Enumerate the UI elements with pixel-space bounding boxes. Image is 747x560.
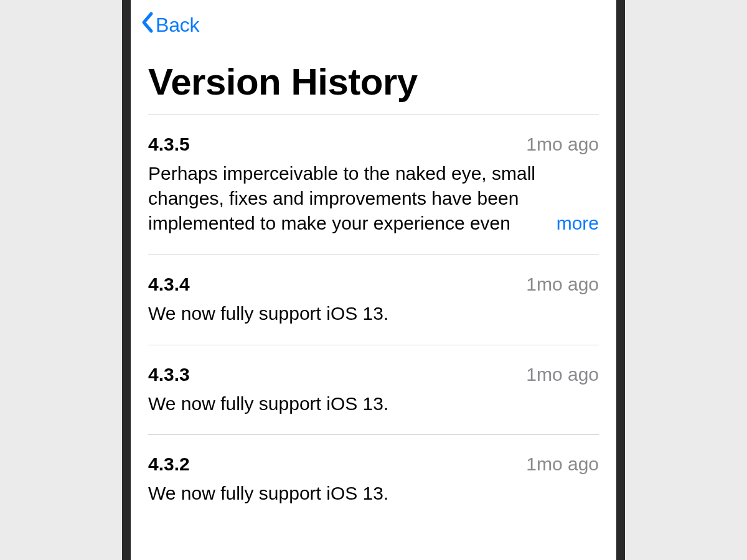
version-entry: 4.3.4 1mo ago We now fully support iOS 1… <box>148 255 599 345</box>
release-notes-text: We now fully support iOS 13. <box>148 393 388 414</box>
release-notes-text: We now fully support iOS 13. <box>148 303 388 324</box>
nav-bar: Back <box>131 0 616 39</box>
device-frame: Back Version History 4.3.5 1mo ago Perha… <box>122 0 625 560</box>
more-button[interactable]: more <box>553 211 599 236</box>
version-number: 4.3.2 <box>148 454 190 475</box>
release-notes: We now fully support iOS 13. <box>148 301 599 326</box>
chevron-left-icon <box>141 11 156 39</box>
version-entry: 4.3.3 1mo ago We now fully support iOS 1… <box>148 345 599 436</box>
version-age: 1mo ago <box>526 454 599 475</box>
version-entry: 4.3.2 1mo ago We now fully support iOS 1… <box>148 435 599 512</box>
release-notes-text: Perhaps imperceivable to the naked eye, … <box>148 161 599 236</box>
release-notes: We now fully support iOS 13. <box>148 481 599 506</box>
back-label: Back <box>156 14 199 37</box>
version-list[interactable]: 4.3.5 1mo ago Perhaps imperceivable to t… <box>131 115 616 512</box>
version-header: 4.3.2 1mo ago <box>148 454 599 475</box>
page-title: Version History <box>131 39 616 114</box>
back-button[interactable]: Back <box>141 11 199 39</box>
screen: Back Version History 4.3.5 1mo ago Perha… <box>131 0 616 560</box>
version-entry: 4.3.5 1mo ago Perhaps imperceivable to t… <box>148 115 599 255</box>
release-notes: Perhaps imperceivable to the naked eye, … <box>148 161 599 236</box>
version-header: 4.3.5 1mo ago <box>148 134 599 155</box>
version-number: 4.3.3 <box>148 364 190 385</box>
version-age: 1mo ago <box>526 364 599 385</box>
version-age: 1mo ago <box>526 274 599 295</box>
release-notes-text: We now fully support iOS 13. <box>148 483 388 503</box>
version-number: 4.3.4 <box>148 274 190 295</box>
release-notes: We now fully support iOS 13. <box>148 391 599 416</box>
version-header: 4.3.4 1mo ago <box>148 274 599 295</box>
version-age: 1mo ago <box>526 134 599 155</box>
version-number: 4.3.5 <box>148 134 190 155</box>
version-header: 4.3.3 1mo ago <box>148 364 599 385</box>
